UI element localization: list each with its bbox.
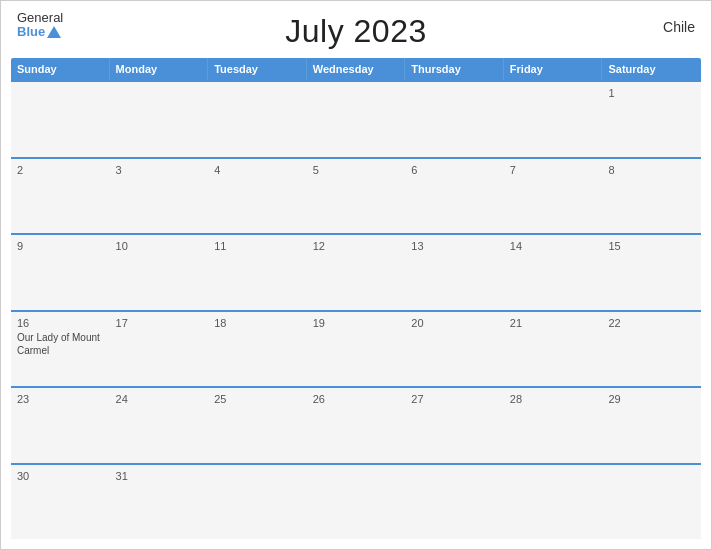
week-row-5: 3031 xyxy=(11,463,701,540)
day-cell-w3-d0: 16Our Lady of Mount Carmel xyxy=(11,312,110,387)
day-header-saturday: Saturday xyxy=(602,58,701,80)
day-number-21: 21 xyxy=(510,317,597,329)
day-number-19: 19 xyxy=(313,317,400,329)
day-cell-w0-d0 xyxy=(11,82,110,157)
logo-triangle-icon xyxy=(47,26,61,38)
day-number-14: 14 xyxy=(510,240,597,252)
day-header-friday: Friday xyxy=(504,58,603,80)
day-cell-w5-d6 xyxy=(602,465,701,540)
day-cell-w4-d2: 25 xyxy=(208,388,307,463)
day-number-16: 16 xyxy=(17,317,104,329)
calendar-container: General Blue July 2023 Chile Sunday Mond… xyxy=(0,0,712,550)
day-cell-w1-d6: 8 xyxy=(602,159,701,234)
day-cell-w0-d1 xyxy=(110,82,209,157)
day-cell-w0-d2 xyxy=(208,82,307,157)
day-number-20: 20 xyxy=(411,317,498,329)
week-row-1: 2345678 xyxy=(11,157,701,234)
day-cell-w3-d1: 17 xyxy=(110,312,209,387)
day-cell-w1-d1: 3 xyxy=(110,159,209,234)
day-cell-w4-d5: 28 xyxy=(504,388,603,463)
day-number-10: 10 xyxy=(116,240,203,252)
day-number-13: 13 xyxy=(411,240,498,252)
day-number-30: 30 xyxy=(17,470,104,482)
logo-general-text: General xyxy=(17,11,63,25)
day-cell-w2-d6: 15 xyxy=(602,235,701,310)
day-cell-w5-d1: 31 xyxy=(110,465,209,540)
day-number-22: 22 xyxy=(608,317,695,329)
day-cell-w0-d5 xyxy=(504,82,603,157)
country-label: Chile xyxy=(663,19,695,35)
day-number-29: 29 xyxy=(608,393,695,405)
day-number-27: 27 xyxy=(411,393,498,405)
week-row-4: 23242526272829 xyxy=(11,386,701,463)
day-cell-w4-d6: 29 xyxy=(602,388,701,463)
day-cell-w5-d4 xyxy=(405,465,504,540)
day-cell-w2-d3: 12 xyxy=(307,235,406,310)
day-event-w3-d0: Our Lady of Mount Carmel xyxy=(17,332,100,356)
day-number-3: 3 xyxy=(116,164,203,176)
day-cell-w3-d3: 19 xyxy=(307,312,406,387)
calendar-header: General Blue July 2023 Chile xyxy=(1,1,711,58)
day-cell-w1-d5: 7 xyxy=(504,159,603,234)
day-number-25: 25 xyxy=(214,393,301,405)
day-number-28: 28 xyxy=(510,393,597,405)
day-header-monday: Monday xyxy=(110,58,209,80)
day-number-1: 1 xyxy=(608,87,695,99)
day-header-tuesday: Tuesday xyxy=(208,58,307,80)
day-cell-w5-d2 xyxy=(208,465,307,540)
day-cell-w2-d5: 14 xyxy=(504,235,603,310)
calendar-title: July 2023 xyxy=(285,13,426,50)
day-number-17: 17 xyxy=(116,317,203,329)
day-cell-w2-d1: 10 xyxy=(110,235,209,310)
day-number-11: 11 xyxy=(214,240,301,252)
logo-blue-text: Blue xyxy=(17,25,61,39)
day-number-5: 5 xyxy=(313,164,400,176)
day-cell-w5-d5 xyxy=(504,465,603,540)
day-number-7: 7 xyxy=(510,164,597,176)
weeks-container: 12345678910111213141516Our Lady of Mount… xyxy=(11,80,701,539)
week-row-2: 9101112131415 xyxy=(11,233,701,310)
day-header-wednesday: Wednesday xyxy=(307,58,406,80)
day-cell-w1-d0: 2 xyxy=(11,159,110,234)
day-cell-w3-d5: 21 xyxy=(504,312,603,387)
day-number-4: 4 xyxy=(214,164,301,176)
day-number-24: 24 xyxy=(116,393,203,405)
day-cell-w3-d4: 20 xyxy=(405,312,504,387)
day-number-15: 15 xyxy=(608,240,695,252)
day-number-9: 9 xyxy=(17,240,104,252)
day-number-8: 8 xyxy=(608,164,695,176)
day-number-12: 12 xyxy=(313,240,400,252)
day-cell-w4-d3: 26 xyxy=(307,388,406,463)
day-cell-w0-d3 xyxy=(307,82,406,157)
day-cell-w2-d4: 13 xyxy=(405,235,504,310)
day-cell-w5-d0: 30 xyxy=(11,465,110,540)
day-cell-w2-d2: 11 xyxy=(208,235,307,310)
day-cell-w1-d4: 6 xyxy=(405,159,504,234)
day-number-18: 18 xyxy=(214,317,301,329)
week-row-0: 1 xyxy=(11,80,701,157)
day-cell-w1-d3: 5 xyxy=(307,159,406,234)
day-number-23: 23 xyxy=(17,393,104,405)
day-header-thursday: Thursday xyxy=(405,58,504,80)
day-cell-w4-d1: 24 xyxy=(110,388,209,463)
day-cell-w0-d4 xyxy=(405,82,504,157)
day-header-sunday: Sunday xyxy=(11,58,110,80)
day-number-6: 6 xyxy=(411,164,498,176)
day-cell-w3-d6: 22 xyxy=(602,312,701,387)
day-cell-w0-d6: 1 xyxy=(602,82,701,157)
day-number-26: 26 xyxy=(313,393,400,405)
day-cell-w4-d0: 23 xyxy=(11,388,110,463)
day-number-2: 2 xyxy=(17,164,104,176)
logo: General Blue xyxy=(17,11,63,40)
day-cell-w3-d2: 18 xyxy=(208,312,307,387)
day-cell-w4-d4: 27 xyxy=(405,388,504,463)
calendar-table: Sunday Monday Tuesday Wednesday Thursday… xyxy=(11,58,701,539)
day-cell-w1-d2: 4 xyxy=(208,159,307,234)
week-row-3: 16Our Lady of Mount Carmel171819202122 xyxy=(11,310,701,387)
day-cell-w2-d0: 9 xyxy=(11,235,110,310)
days-header: Sunday Monday Tuesday Wednesday Thursday… xyxy=(11,58,701,80)
day-number-31: 31 xyxy=(116,470,203,482)
day-cell-w5-d3 xyxy=(307,465,406,540)
